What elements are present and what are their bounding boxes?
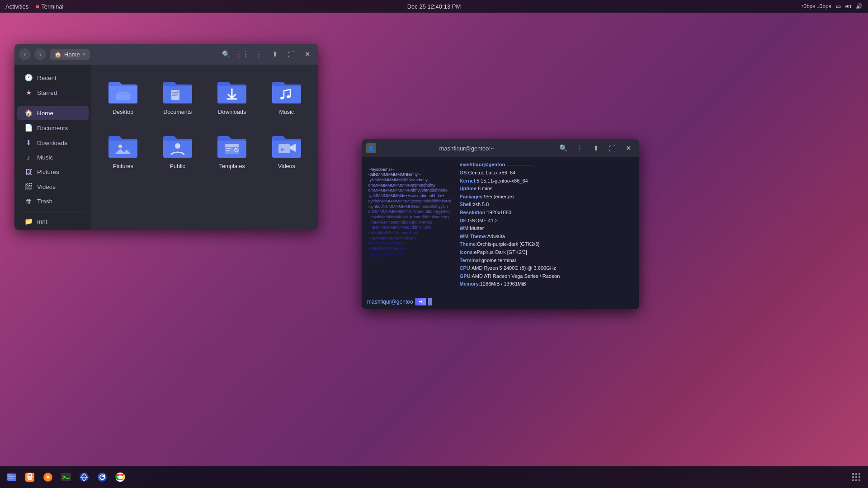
downloads-icon: ⬇ <box>24 139 33 147</box>
sidebar-separator-1 <box>20 103 86 103</box>
taskbar-store-button[interactable] <box>22 469 38 485</box>
maximize-button[interactable]: ⛶ <box>285 48 297 61</box>
svg-rect-29 <box>859 476 860 478</box>
files-icon <box>6 471 18 483</box>
volume-icon: 🔊 <box>856 3 863 9</box>
taskbar-apps-grid-button[interactable] <box>848 469 864 485</box>
sidebar-item-music[interactable]: ♪ Music <box>17 150 89 164</box>
taskbar <box>0 466 868 488</box>
terminal-maximize-button[interactable]: ⛶ <box>606 142 618 155</box>
network-label: ↑0bps ↓0bps <box>801 3 831 9</box>
svg-rect-31 <box>855 479 857 481</box>
sidebar-item-starred[interactable]: ★ Starred <box>17 85 89 100</box>
sidebar-item-home[interactable]: 🏠 Home <box>17 106 89 120</box>
sidebar-item-trash-label: Trash <box>37 198 52 205</box>
apps-grid-icon <box>851 472 861 482</box>
svg-rect-13 <box>8 478 14 479</box>
terminal-title: mashfiqur@gentoo:~ <box>380 145 553 152</box>
terminal-close-button[interactable]: ✕ <box>622 142 635 155</box>
svg-point-17 <box>47 476 49 478</box>
sidebar-item-recent-label: Recent <box>37 75 57 81</box>
taskbar-browser-alt-button[interactable] <box>40 469 56 485</box>
close-button[interactable]: ✕ <box>301 48 314 61</box>
sidebar-item-pictures[interactable]: 🖼 Pictures <box>17 165 89 179</box>
breadcrumb-label: Home <box>64 51 80 58</box>
taskbar-terminal-button[interactable] <box>58 469 74 485</box>
sidebar-item-trash[interactable]: 🗑 Trash <box>17 194 89 208</box>
folder-videos-label: Videos <box>278 163 295 169</box>
folder-music[interactable]: Music <box>262 72 311 121</box>
folder-desktop[interactable]: Desktop <box>99 72 148 121</box>
sidebar: 🕐 Recent ★ Starred 🏠 Home 📄 Documents ⬇ … <box>14 65 91 230</box>
sidebar-item-mnt[interactable]: 📁 mnt <box>17 214 89 229</box>
sidebar-separator-2 <box>20 211 86 211</box>
neofetch-separator: ---------------- <box>506 162 533 167</box>
svg-rect-26 <box>859 473 860 475</box>
back-button[interactable]: ‹ <box>19 48 31 60</box>
folder-music-label: Music <box>279 109 294 115</box>
terminal-window: 👤 mashfiqur@gentoo:~ 🔍 ⋮ ⬆ ⛶ ✕ -/oyddmdh… <box>362 139 639 309</box>
folder-videos[interactable]: Videos <box>262 126 311 175</box>
chrome-icon <box>114 471 126 483</box>
folder-documents-label: Documents <box>163 109 192 115</box>
terminal-prompt[interactable]: mashfiqur@gentoo ➜ <box>362 296 639 309</box>
folder-public[interactable]: Public <box>153 126 203 175</box>
file-manager-window: ‹ › 🏠 Home ▾ 🔍 ⋮⋮ ⋮ ⬆ ⛶ ✕ 🕐 Recent ★ Sta… <box>14 44 318 230</box>
main-content: Desktop Documents <box>91 65 318 230</box>
svg-point-4 <box>118 145 122 148</box>
folder-pictures[interactable]: Pictures <box>99 126 148 175</box>
documents-icon: 📄 <box>24 124 33 132</box>
taskbar-vpn-button[interactable] <box>76 469 92 485</box>
activities-label[interactable]: Activities <box>5 3 28 10</box>
terminal-titlebar: 👤 mashfiqur@gentoo:~ 🔍 ⋮ ⬆ ⛶ ✕ <box>362 139 639 157</box>
forward-button[interactable]: › <box>34 48 46 60</box>
folder-templates-label: Templates <box>219 163 245 169</box>
folder-downloads-label: Downloads <box>218 109 246 115</box>
folder-documents-icon <box>161 77 194 106</box>
folder-documents[interactable]: Documents <box>153 72 203 121</box>
svg-point-5 <box>175 143 180 149</box>
cursor <box>428 298 432 305</box>
terminal-upload-button[interactable]: ⬆ <box>590 142 602 155</box>
folder-public-label: Public <box>170 163 185 169</box>
terminal-app-label: Terminal <box>41 3 63 10</box>
svg-rect-9 <box>278 144 290 153</box>
terminal-avatar: 👤 <box>366 143 376 153</box>
menu-button[interactable]: ⋮ <box>252 48 265 61</box>
sidebar-item-downloads-label: Downloads <box>37 140 67 146</box>
mnt-icon: 📁 <box>24 217 33 225</box>
starred-icon: ★ <box>24 89 33 97</box>
folder-downloads-icon <box>216 77 248 106</box>
terminal-search-button[interactable]: 🔍 <box>557 142 570 155</box>
folder-templates-icon <box>216 131 248 160</box>
svg-rect-30 <box>852 479 854 481</box>
sidebar-item-starred-label: Starred <box>37 89 57 96</box>
sidebar-item-recent[interactable]: 🕐 Recent <box>17 70 89 85</box>
view-options-button[interactable]: ⋮⋮ <box>236 48 249 61</box>
upload-button[interactable]: ⬆ <box>269 48 281 61</box>
sidebar-item-videos[interactable]: 🎬 Videos <box>17 179 89 194</box>
folder-music-icon <box>270 77 303 106</box>
search-button[interactable]: 🔍 <box>220 48 232 61</box>
svg-rect-12 <box>8 476 15 477</box>
svg-rect-11 <box>7 474 12 475</box>
terminal-menu-button[interactable]: ⋮ <box>573 142 586 155</box>
svg-rect-32 <box>859 479 860 481</box>
folder-templates[interactable]: Templates <box>208 126 257 175</box>
sidebar-item-pictures-label: Pictures <box>37 169 59 175</box>
terminal-taskbar-item[interactable]: ■ Terminal <box>36 3 63 10</box>
taskbar-chrome-button[interactable] <box>112 469 128 485</box>
file-manager-titlebar: ‹ › 🏠 Home ▾ 🔍 ⋮⋮ ⋮ ⬆ ⛶ ✕ <box>14 44 318 65</box>
home-breadcrumb[interactable]: 🏠 Home ▾ <box>50 49 90 60</box>
language-label: en <box>845 3 851 9</box>
sidebar-item-documents[interactable]: 📄 Documents <box>17 121 89 135</box>
music-icon: ♪ <box>24 154 33 161</box>
sidebar-item-videos-label: Videos <box>37 183 56 190</box>
sidebar-item-downloads[interactable]: ⬇ Downloads <box>17 136 89 150</box>
folder-downloads[interactable]: Downloads <box>208 72 257 121</box>
svg-rect-2 <box>172 94 179 94</box>
svg-rect-3 <box>172 95 177 96</box>
taskbar-update-button[interactable] <box>94 469 110 485</box>
taskbar-files-button[interactable] <box>4 469 20 485</box>
svg-rect-28 <box>855 476 857 478</box>
